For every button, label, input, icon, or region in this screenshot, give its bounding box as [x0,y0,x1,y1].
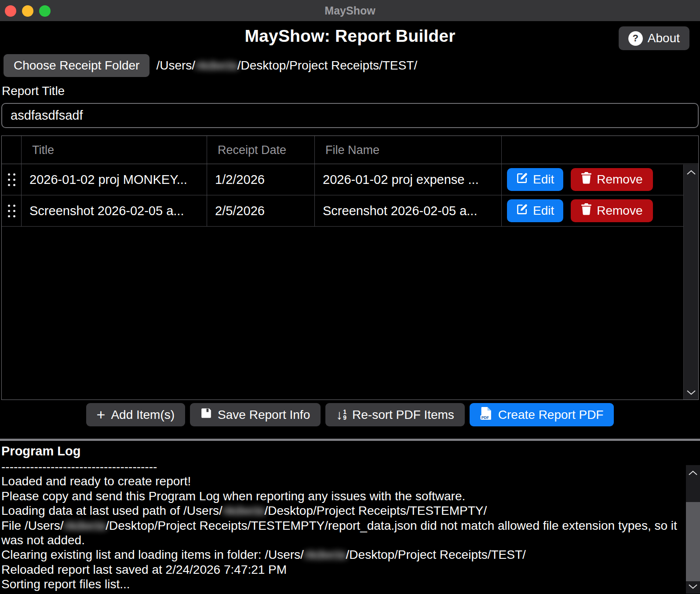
column-header-actions [502,136,698,164]
cell-file-name: 2026-01-02 proj expense ... [315,164,502,195]
about-button-label: About [648,31,680,45]
redacted-text: nkdwcta [304,547,346,562]
add-items-button[interactable]: + Add Item(s) [86,403,186,426]
log-line: -------------------------------------- [1,459,680,474]
add-items-label: Add Item(s) [111,408,175,422]
log-scrollbar[interactable] [686,465,700,594]
remove-button[interactable]: Remove [571,168,653,191]
trash-icon [581,203,592,218]
edit-button[interactable]: Edit [507,168,563,191]
minimize-button[interactable] [22,5,33,17]
program-log-heading: Program Log [1,444,680,458]
log-line: Reloaded report last saved at 2/24/2026 … [1,562,680,577]
cell-actions: Edit Remove [502,164,698,195]
cell-actions: Edit Remove [502,195,698,226]
table-header-row: Title Receipt Date File Name [2,136,698,164]
create-report-pdf-label: Create Report PDF [498,408,604,422]
row-drag-handle[interactable] [2,164,22,195]
table-scrollbar[interactable] [683,165,698,400]
report-title-input[interactable] [1,103,699,128]
column-header-title: Title [22,136,207,164]
scroll-down-icon[interactable] [686,390,696,395]
resort-pdf-items-button[interactable]: ↓ 19 Re-sort PDF Items [325,403,465,426]
sort-numeric-icon: ↓ 19 [336,409,346,421]
receipt-folder-path: /Users/nkdwcta/Desktop/Project Receipts/… [156,59,417,73]
drag-handle-icon [8,173,15,186]
log-line: Loaded and ready to create report! [1,474,680,488]
create-report-pdf-button[interactable]: PDF Create Report PDF [470,403,614,426]
edit-button-label: Edit [533,172,554,187]
table-row: Screenshot 2026-02-05 a... 2/5/2026 Scre… [2,195,698,227]
save-report-info-button[interactable]: Save Report Info [190,403,321,426]
log-line: Sorting report files list... [1,577,680,591]
remove-button[interactable]: Remove [571,199,653,222]
save-report-info-label: Save Report Info [218,408,310,422]
cell-receipt-date: 2/5/2026 [207,195,315,226]
svg-text:PDF: PDF [481,415,489,419]
resort-pdf-items-label: Re-sort PDF Items [352,408,454,422]
scroll-up-icon[interactable] [688,470,698,476]
window-title: MayShow [324,4,375,17]
toolbar: + Add Item(s) Save Report Info ↓ 19 Re-s… [0,403,700,426]
close-button[interactable] [5,5,16,17]
about-button[interactable]: ? About [619,26,689,50]
app-header: MayShow: Report Builder ? About [0,21,700,50]
choose-receipt-folder-button[interactable]: Choose Receipt Folder [4,54,149,77]
cell-file-name: Screenshot 2026-02-05 a... [315,195,502,226]
redacted-text: nkdwcta [64,518,106,533]
remove-button-label: Remove [597,204,642,218]
cell-receipt-date: 1/2/2026 [207,164,315,195]
pencil-square-icon [516,172,528,187]
question-icon: ? [628,31,643,46]
log-line: Loading data at last used path of /Users… [1,503,680,518]
column-header-receipt-date: Receipt Date [207,136,315,164]
program-log: Program Log ----------------------------… [0,441,700,594]
row-drag-handle[interactable] [2,195,22,226]
zoom-button[interactable] [39,5,51,17]
cell-title: Screenshot 2026-02-05 a... [22,195,207,226]
redacted-text: nkdwcta [195,59,237,73]
edit-button-label: Edit [533,204,554,218]
scroll-up-icon[interactable] [686,170,696,175]
drag-handle-column-header [2,136,22,164]
floppy-disk-icon [201,407,212,422]
traffic-lights [5,5,51,17]
remove-button-label: Remove [597,172,642,187]
table-row: 2026-01-02 proj MONKEY... 1/2/2026 2026-… [2,164,698,195]
scrollbar-thumb[interactable] [686,502,700,581]
report-title-label: Report Title [2,84,700,99]
cell-title: 2026-01-02 proj MONKEY... [22,164,207,195]
drag-handle-icon [8,205,15,217]
page-title: MayShow: Report Builder [0,21,700,51]
log-line: Please copy and send this Program Log wh… [1,489,680,503]
redacted-text: nkdwcta [222,503,265,518]
scroll-down-icon[interactable] [688,584,698,589]
pencil-square-icon [516,203,528,218]
folder-row: Choose Receipt Folder /Users/nkdwcta/Des… [0,54,700,77]
log-line: Clearing existing list and loading items… [1,547,680,562]
trash-icon [581,172,592,187]
column-header-file-name: File Name [315,136,502,164]
edit-button[interactable]: Edit [507,199,563,222]
window-titlebar: MayShow [0,0,700,21]
items-table: Title Receipt Date File Name 2026-01-02 … [1,136,699,400]
log-line: File /Users/nkdwcta/Desktop/Project Rece… [1,518,680,548]
pdf-file-icon: PDF [480,407,492,423]
